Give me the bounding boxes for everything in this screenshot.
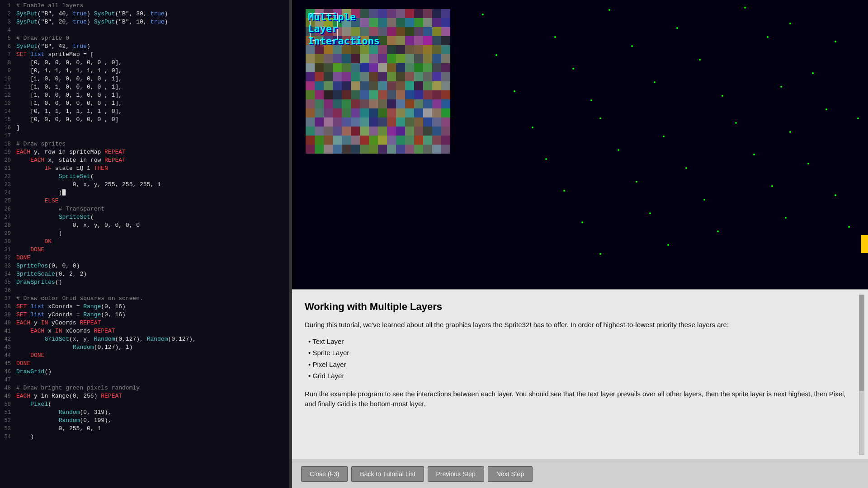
- line-content: EACH y in Range(0, 256) REPEAT: [14, 392, 122, 400]
- dialog-footer: Close (F3) Back to Tutorial List Previou…: [292, 460, 868, 488]
- next-step-button[interactable]: Next Step: [488, 466, 533, 482]
- line-number: 43: [0, 343, 14, 352]
- line-content: SysPut("B", 20, true) SysPut("B", 10, tr…: [14, 18, 168, 26]
- line-number: 9: [0, 67, 14, 75]
- green-dot: [636, 181, 637, 183]
- code-line: 30 OK: [0, 238, 289, 246]
- dialog-scrollbar[interactable]: [859, 295, 864, 455]
- line-number: 33: [0, 262, 14, 270]
- green-dot: [835, 41, 836, 42]
- back-to-list-button[interactable]: Back to Tutorial List: [351, 466, 424, 482]
- code-line: 9 [0, 1, 1, 1, 1, 1, 1 , 0],: [0, 67, 289, 75]
- line-content: SpriteSet(: [14, 173, 94, 181]
- code-line: 5# Draw sprite 0: [0, 34, 289, 42]
- line-number: 45: [0, 360, 14, 368]
- green-dot: [667, 244, 669, 246]
- code-line: 10 [1, 0, 0, 0, 0, 0, 0 , 1],: [0, 75, 289, 83]
- line-content: [0, 0, 0, 0, 0, 0, 0 , 0],: [14, 59, 122, 67]
- code-line: 18# Draw sprites: [0, 140, 289, 148]
- code-line: 36: [0, 286, 289, 295]
- dialog-body: During this tutorial, we've learned abou…: [305, 320, 855, 409]
- green-dot: [753, 154, 755, 155]
- line-content: SET list xCoords = Range(0, 16): [14, 303, 126, 311]
- code-line: 27 SpriteSet(: [0, 213, 289, 221]
- line-number: 41: [0, 327, 14, 335]
- line-number: 53: [0, 425, 14, 433]
- line-content: # Draw bright green pixels randomly: [14, 384, 140, 392]
- tutorial-dialog: Working with Multiple Layers During this…: [292, 289, 868, 488]
- code-line: 32DONE: [0, 254, 289, 262]
- green-dot: [780, 86, 782, 88]
- code-line: 7SET list spriteMap = [: [0, 51, 289, 59]
- line-content: DrawSprites(): [14, 278, 62, 286]
- line-number: 31: [0, 246, 14, 254]
- right-tab[interactable]: [861, 235, 868, 253]
- line-number: 21: [0, 164, 14, 173]
- green-dot: [735, 122, 737, 124]
- code-line: 52 Random(0, 199),: [0, 417, 289, 425]
- line-number: 23: [0, 181, 14, 189]
- scrollbar-thumb[interactable]: [859, 295, 864, 391]
- code-line: 1# Enable all layers: [0, 2, 289, 10]
- line-content: Random(0,127), 1): [14, 343, 132, 352]
- green-dot: [563, 190, 565, 192]
- green-dot: [572, 68, 574, 70]
- line-content: )█: [14, 189, 66, 197]
- line-content: [0, 0, 0, 0, 0, 0, 0 , 0]: [14, 116, 118, 124]
- line-content: Pixel(: [14, 400, 52, 408]
- line-content: SET list yCoords = Range(0, 16): [14, 311, 126, 319]
- dialog-title: Working with Multiple Layers: [305, 301, 855, 313]
- code-line: 17: [0, 132, 289, 140]
- line-content: SysPut("B", 40, true) SysPut("B", 30, tr…: [14, 10, 168, 18]
- green-dot: [631, 45, 633, 47]
- green-dot: [857, 117, 859, 119]
- code-line: 46DrawGrid(): [0, 368, 289, 376]
- green-dot: [771, 185, 773, 187]
- green-dot: [676, 27, 678, 29]
- layer-item: • Grid Layer: [308, 370, 855, 382]
- line-content: ): [14, 433, 34, 441]
- line-content: [1, 0, 0, 0, 1, 0, 0 , 1],: [14, 91, 122, 99]
- code-line: 42 GridSet(x, y, Random(0,127), Random(0…: [0, 335, 289, 343]
- green-dot: [807, 163, 809, 164]
- previous-step-button[interactable]: Previous Step: [428, 466, 484, 482]
- code-line: 29 ): [0, 230, 289, 238]
- code-line: 48# Draw bright green pixels randomly: [0, 384, 289, 392]
- code-line: 4: [0, 26, 289, 34]
- code-line: 13 [1, 0, 0, 0, 0, 0, 0 , 1],: [0, 99, 289, 108]
- code-line: 45DONE: [0, 360, 289, 368]
- code-line: 14 [0, 1, 1, 1, 1, 1, 1 , 0],: [0, 108, 289, 116]
- code-line: 19EACH y, row in spriteMap REPEAT: [0, 148, 289, 156]
- line-number: 49: [0, 392, 14, 400]
- line-content: DrawGrid(): [14, 368, 52, 376]
- close-button[interactable]: Close (F3): [301, 466, 348, 482]
- line-number: 12: [0, 91, 14, 99]
- line-number: 37: [0, 295, 14, 303]
- line-content: # Draw color Grid squares on screen.: [14, 295, 143, 303]
- line-content: SpriteSet(: [14, 213, 94, 221]
- line-content: [14, 286, 16, 295]
- code-line: 25 ELSE: [0, 197, 289, 205]
- line-content: # Draw sprite 0: [14, 34, 69, 42]
- code-line: 6SysPut("B", 42, true): [0, 42, 289, 51]
- line-number: 2: [0, 10, 14, 18]
- code-line: 11 [1, 0, 1, 0, 0, 0, 0 , 1],: [0, 83, 289, 91]
- dialog-body2: Run the example program to see the inter…: [305, 389, 855, 409]
- line-content: 0, 255, 0, 1: [14, 425, 101, 433]
- line-number: 5: [0, 34, 14, 42]
- line-number: 6: [0, 42, 14, 51]
- line-content: ): [14, 230, 62, 238]
- green-dot: [812, 72, 814, 74]
- line-number: 1: [0, 2, 14, 10]
- green-dot: [590, 99, 592, 101]
- green-dot: [581, 221, 583, 223]
- code-line: 12 [1, 0, 0, 0, 1, 0, 0 , 1],: [0, 91, 289, 99]
- dialog-content: Working with Multiple Layers During this…: [292, 290, 868, 460]
- code-line: 22 SpriteSet(: [0, 173, 289, 181]
- line-content: EACH y IN yCoords REPEAT: [14, 319, 101, 327]
- line-number: 7: [0, 51, 14, 59]
- line-number: 20: [0, 156, 14, 164]
- layer-item: • Text Layer: [308, 336, 855, 347]
- line-content: 0, x, y, 0, 0, 0, 0: [14, 221, 140, 230]
- layer-item: • Pixel Layer: [308, 359, 855, 371]
